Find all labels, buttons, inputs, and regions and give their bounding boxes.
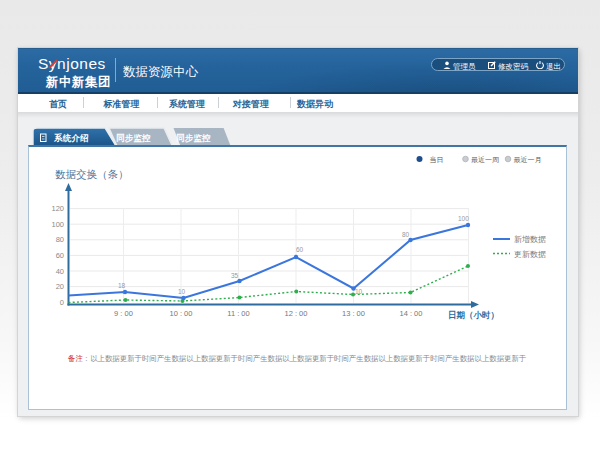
- svg-text:系统介绍: 系统介绍: [53, 133, 89, 143]
- svg-text:0: 0: [60, 298, 64, 307]
- svg-text:12 : 00: 12 : 00: [285, 309, 308, 318]
- svg-text:最近一周: 最近一周: [471, 156, 499, 163]
- svg-text:60: 60: [56, 251, 64, 260]
- svg-text:100: 100: [51, 220, 64, 229]
- svg-text:60: 60: [296, 246, 304, 253]
- svg-text:120: 120: [51, 204, 64, 213]
- svg-text:20: 20: [56, 282, 64, 291]
- svg-text:新增数据: 新增数据: [514, 235, 546, 244]
- svg-text:13 : 00: 13 : 00: [342, 309, 365, 318]
- svg-text:14 : 00: 14 : 00: [400, 309, 423, 318]
- svg-text:9 : 00: 9 : 00: [114, 309, 133, 318]
- svg-text:18: 18: [118, 282, 126, 289]
- svg-text:同步监控: 同步监控: [116, 133, 151, 143]
- svg-text:最近一月: 最近一月: [514, 156, 542, 164]
- svg-text:数据交换（条）: 数据交换（条）: [55, 168, 129, 180]
- svg-text:100: 100: [458, 215, 469, 222]
- svg-text:更新数据: 更新数据: [514, 250, 546, 259]
- svg-text:35: 35: [231, 272, 239, 279]
- svg-text:当日: 当日: [430, 156, 444, 164]
- svg-text:同步监控: 同步监控: [176, 133, 211, 143]
- svg-text:11 : 00: 11 : 00: [227, 309, 249, 318]
- svg-text:40: 40: [56, 267, 64, 276]
- svg-text:80: 80: [402, 231, 410, 238]
- svg-text:10: 10: [178, 288, 186, 295]
- svg-text:80: 80: [56, 235, 64, 244]
- svg-text:日期（小时）: 日期（小时）: [448, 310, 499, 320]
- svg-text:10: 10: [355, 288, 363, 295]
- svg-text:10 : 00: 10 : 00: [170, 309, 193, 318]
